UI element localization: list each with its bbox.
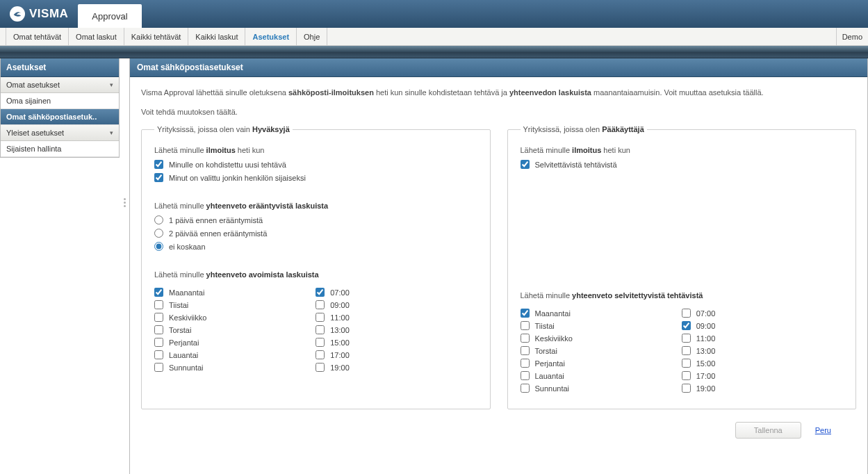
right-time-checkbox[interactable] xyxy=(682,359,691,368)
left-day-checkbox[interactable] xyxy=(154,300,163,309)
right-time-row[interactable]: 17:00 xyxy=(682,371,843,380)
left-time-label: 19:00 xyxy=(330,363,350,372)
left-section-notify: Lähetä minulle ilmoitus heti kun xyxy=(154,146,477,154)
left-day-row[interactable]: Tiistai xyxy=(154,300,316,309)
checkbox-investigate[interactable]: Selvitettävistä tehtävistä xyxy=(521,160,844,169)
left-time-checkbox[interactable] xyxy=(316,325,325,334)
right-day-checkbox[interactable] xyxy=(521,359,530,368)
left-day-row[interactable]: Keskiviikko xyxy=(154,313,316,322)
nav-kaikki-laskut[interactable]: Kaikki laskut xyxy=(188,28,245,45)
nav-ohje[interactable]: Ohje xyxy=(297,28,327,45)
left-day-checkbox[interactable] xyxy=(154,363,163,372)
left-time-label: 15:00 xyxy=(330,338,350,347)
resize-handle[interactable] xyxy=(120,58,129,208)
right-day-row[interactable]: Tiistai xyxy=(521,321,682,330)
left-time-row[interactable]: 15:00 xyxy=(316,338,477,347)
right-time-label: 15:00 xyxy=(696,359,716,368)
right-day-label: Torstai xyxy=(535,347,557,355)
left-day-checkbox[interactable] xyxy=(154,313,163,322)
left-day-row[interactable]: Perjantai xyxy=(154,338,316,347)
right-time-label: 07:00 xyxy=(696,309,716,318)
checkbox-new-task[interactable]: Minulle on kohdistettu uusi tehtävä xyxy=(154,160,477,169)
left-time-row[interactable]: 13:00 xyxy=(316,325,477,334)
sidebar-item-oma-sijainen[interactable]: Oma sijainen xyxy=(1,93,119,109)
left-time-checkbox[interactable] xyxy=(316,338,325,347)
left-time-checkbox[interactable] xyxy=(316,350,325,359)
content-heading: Omat sähköpostiasetukset xyxy=(130,58,867,77)
left-time-checkbox[interactable] xyxy=(316,288,325,297)
radio-1day-input[interactable] xyxy=(154,215,163,224)
right-day-checkbox[interactable] xyxy=(521,321,530,330)
left-time-row[interactable]: 07:00 xyxy=(316,288,477,297)
radio-never-input[interactable] xyxy=(154,242,163,251)
right-time-row[interactable]: 09:00 xyxy=(682,321,843,330)
left-day-row[interactable]: Lauantai xyxy=(154,350,316,359)
nav-right-demo[interactable]: Demo xyxy=(836,28,868,45)
left-time-row[interactable]: 11:00 xyxy=(316,313,477,322)
left-time-checkbox[interactable] xyxy=(316,363,325,372)
radio-never[interactable]: ei koskaan xyxy=(154,242,477,251)
right-day-checkbox[interactable] xyxy=(521,309,530,318)
right-time-checkbox[interactable] xyxy=(682,309,691,318)
brand-logo: VISMA xyxy=(0,0,78,28)
left-day-row[interactable]: Torstai xyxy=(154,325,316,334)
right-time-checkbox[interactable] xyxy=(682,384,691,393)
nav-asetukset[interactable]: Asetukset xyxy=(245,28,297,45)
settings-panels: Yrityksissä, joissa olen vain Hyväksyjä … xyxy=(141,125,856,409)
right-time-row[interactable]: 11:00 xyxy=(682,334,843,343)
right-time-row[interactable]: 13:00 xyxy=(682,346,843,355)
right-day-row[interactable]: Sunnuntai xyxy=(521,384,682,393)
left-day-checkbox[interactable] xyxy=(154,338,163,347)
checkbox-new-task-input[interactable] xyxy=(154,160,163,169)
left-time-row[interactable]: 09:00 xyxy=(316,300,477,309)
save-button[interactable]: Tallenna xyxy=(735,422,801,439)
right-day-row[interactable]: Lauantai xyxy=(521,371,682,380)
right-day-row[interactable]: Torstai xyxy=(521,346,682,355)
left-time-row[interactable]: 19:00 xyxy=(316,363,477,372)
right-time-row[interactable]: 07:00 xyxy=(682,309,843,318)
left-time-label: 13:00 xyxy=(330,326,350,334)
sidebar-group-own-settings[interactable]: Omat asetukset ▾ xyxy=(1,77,119,93)
right-day-row[interactable]: Maanantai xyxy=(521,309,682,318)
left-day-checkbox[interactable] xyxy=(154,350,163,359)
left-day-checkbox[interactable] xyxy=(154,325,163,334)
radio-1day[interactable]: 1 päivä ennen erääntymistä xyxy=(154,215,477,224)
left-time-checkbox[interactable] xyxy=(316,300,325,309)
left-day-checkbox[interactable] xyxy=(154,288,163,297)
left-schedule-grid: MaanantaiTiistaiKeskiviikkoTorstaiPerjan… xyxy=(154,284,477,375)
nav-omat-laskut[interactable]: Omat laskut xyxy=(69,28,124,45)
radio-2day[interactable]: 2 päivää ennen erääntymistä xyxy=(154,229,477,238)
sidebar-item-email-settings[interactable]: Omat sähköpostiasetuk.. xyxy=(1,109,119,125)
right-time-label: 19:00 xyxy=(696,384,716,393)
right-time-checkbox[interactable] xyxy=(682,334,691,343)
checkbox-substitute-input[interactable] xyxy=(154,173,163,182)
right-day-label: Tiistai xyxy=(535,322,555,330)
nav-kaikki-tehtavat[interactable]: Kaikki tehtävät xyxy=(124,28,189,45)
right-day-checkbox[interactable] xyxy=(521,334,530,343)
left-day-row[interactable]: Maanantai xyxy=(154,288,316,297)
sidebar-group-general-settings[interactable]: Yleiset asetukset ▾ xyxy=(1,125,119,141)
right-day-row[interactable]: Keskiviikko xyxy=(521,334,682,343)
cancel-link[interactable]: Peru xyxy=(815,426,831,434)
left-time-checkbox[interactable] xyxy=(316,313,325,322)
nav-omat-tehtavat[interactable]: Omat tehtävät xyxy=(6,28,69,45)
left-day-label: Torstai xyxy=(169,326,191,334)
right-time-label: 09:00 xyxy=(696,322,716,330)
left-time-row[interactable]: 17:00 xyxy=(316,350,477,359)
main-nav: Omat tehtävät Omat laskut Kaikki tehtävä… xyxy=(0,28,868,46)
checkbox-substitute[interactable]: Minut on valittu jonkin henkilön sijaise… xyxy=(154,173,477,182)
right-time-checkbox[interactable] xyxy=(682,346,691,355)
right-time-checkbox[interactable] xyxy=(682,321,691,330)
right-day-checkbox[interactable] xyxy=(521,384,530,393)
checkbox-investigate-input[interactable] xyxy=(521,160,530,169)
right-day-checkbox[interactable] xyxy=(521,371,530,380)
right-time-row[interactable]: 15:00 xyxy=(682,359,843,368)
right-time-checkbox[interactable] xyxy=(682,371,691,380)
radio-2day-input[interactable] xyxy=(154,229,163,238)
sidebar-item-substitute-mgmt[interactable]: Sijaisten hallinta xyxy=(1,141,119,157)
right-day-checkbox[interactable] xyxy=(521,346,530,355)
right-day-row[interactable]: Perjantai xyxy=(521,359,682,368)
right-time-row[interactable]: 19:00 xyxy=(682,384,843,393)
app-tab-approval[interactable]: Approval xyxy=(78,4,141,28)
left-day-row[interactable]: Sunnuntai xyxy=(154,363,316,372)
